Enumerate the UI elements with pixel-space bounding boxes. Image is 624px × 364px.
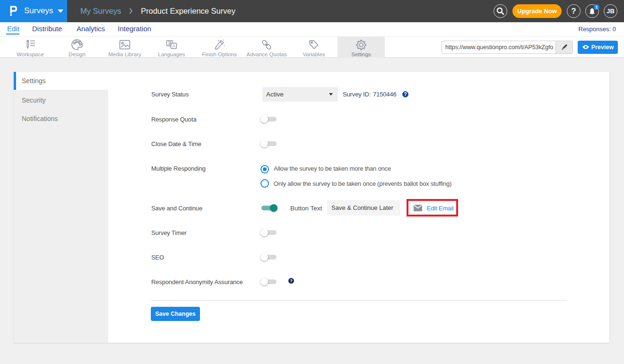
svg-text:A: A (173, 43, 175, 48)
